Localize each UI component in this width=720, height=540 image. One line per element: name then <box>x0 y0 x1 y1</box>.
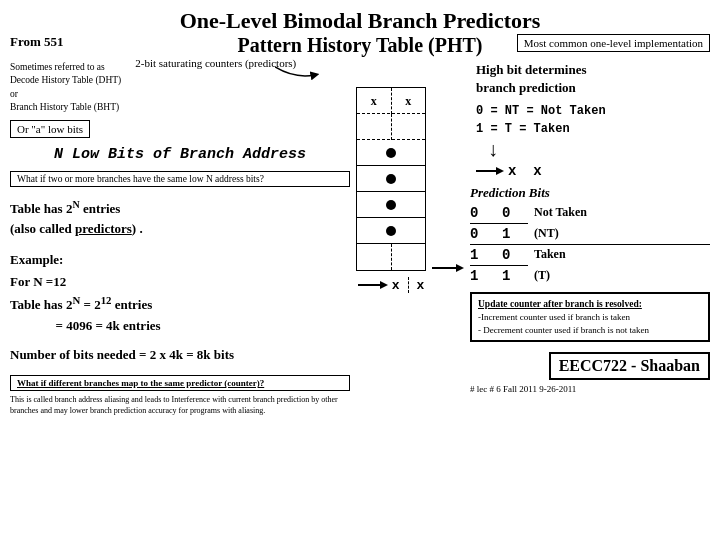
left-top: Sometimes referred to as Decode History … <box>10 61 350 114</box>
pred-bits-area: Prediction Bits 0 0 Not Taken 0 <box>470 185 710 284</box>
pht-row-4 <box>357 192 425 218</box>
pht-dot-0 <box>386 148 396 158</box>
svg-marker-1 <box>380 281 388 289</box>
title-area: One-Level Bimodal Branch Predictors From… <box>10 8 710 57</box>
high-bit-area: High bit determinesbranch prediction 0 =… <box>470 61 710 179</box>
down-arrow: ↓ <box>488 138 710 161</box>
pht-row-1 <box>357 114 425 140</box>
pht-row-6 <box>357 244 425 270</box>
main-title: One-Level Bimodal Branch Predictors <box>10 8 710 34</box>
pred-b1-2: 1 <box>470 247 496 263</box>
x-right: x <box>417 278 425 293</box>
pred-div-1 <box>470 223 528 224</box>
page: One-Level Bimodal Branch Predictors From… <box>0 0 720 540</box>
eecc-box: EECC722 - Shaaban <box>549 352 710 380</box>
pht-cell-6-1 <box>392 244 426 270</box>
sometimes-text-block: Sometimes referred to as Decode History … <box>10 61 121 114</box>
pred-label-2: Taken <box>534 247 710 262</box>
sometimes-text: Sometimes referred to as Decode History … <box>10 61 121 114</box>
saturating-arrow <box>275 59 335 89</box>
pht-cell-0-0: x <box>357 88 392 114</box>
pred-x-x: x x <box>508 163 542 179</box>
footer-text: # lec # 6 Fall 2011 9-26-2011 <box>470 384 576 394</box>
most-common-label: Most common one-level implementation <box>517 34 710 52</box>
right-column: x x <box>356 61 710 531</box>
nt-taken-codes: 0 = NT = Not Taken <box>476 101 710 121</box>
pht-cell-0-1: x <box>392 88 426 114</box>
left-column: Sometimes referred to as Decode History … <box>10 61 350 531</box>
update-title: Update counter after branch is resolved: <box>478 298 702 311</box>
saturating-label: 2-bit saturating counters (predictors) <box>135 57 296 69</box>
what-if-bottom-title: What if different branches map to the sa… <box>10 375 350 391</box>
pred-arrow-svg <box>476 163 504 179</box>
right-section: High bit determinesbranch prediction 0 =… <box>470 61 710 394</box>
high-bit-title: High bit determinesbranch prediction <box>476 61 710 97</box>
pred-div-2 <box>470 244 710 245</box>
pred-b2-1: 1 <box>502 226 528 242</box>
pht-subtitle: Pattern History Table (PHT) <box>238 34 483 57</box>
update-counter-box: Update counter after branch is resolved:… <box>470 292 710 342</box>
pred-label-0: Not Taken <box>534 205 710 220</box>
what-if-box: What if two or more branches have the sa… <box>10 171 350 187</box>
or-n-bits: Or "a" low bits <box>10 120 90 138</box>
svg-marker-3 <box>456 264 464 272</box>
pht-dot-2 <box>386 200 396 210</box>
predictors-underline: predictors <box>75 221 132 236</box>
svg-marker-5 <box>496 167 504 175</box>
right-full: x x <box>356 61 710 394</box>
pht-row-3 <box>357 166 425 192</box>
subtitle-row: From 551 Pattern History Table (PHT) Mos… <box>10 34 710 57</box>
pred-b1-0: 0 <box>470 205 496 221</box>
footer-row: # lec # 6 Fall 2011 9-26-2011 <box>470 384 710 394</box>
right-arrow-svg <box>358 277 388 293</box>
pht-row-0: x x <box>357 88 425 114</box>
num-bits: Number of bits needed = 2 x 4k = 8k bits <box>10 347 350 363</box>
zero-nt-line: 0 = NT = Not Taken <box>476 101 710 121</box>
pht-row-2 <box>357 140 425 166</box>
pred-xx-row: x x <box>476 163 710 179</box>
pht-dot-3 <box>386 226 396 236</box>
pht-table: x x <box>356 87 426 271</box>
x-x-inline: x x <box>392 277 425 293</box>
pht-cell-1-0 <box>357 114 392 140</box>
example-label: Example: <box>10 252 350 268</box>
n-low-bits-label: N Low Bits of Branch Address <box>10 146 350 163</box>
one-t-line: 1 = T = Taken <box>476 122 710 136</box>
pht-cell-6-0 <box>357 244 392 270</box>
pred-label-1: (NT) <box>534 226 710 241</box>
pred-grid: 0 0 Not Taken 0 1 (NT) <box>470 205 710 284</box>
pred-b2-0: 0 <box>502 205 528 221</box>
pred-b2-2: 0 <box>502 247 528 263</box>
x-left: x <box>392 278 400 293</box>
pht-dot-1 <box>386 174 396 184</box>
pht-row-5 <box>357 218 425 244</box>
example-detail: For N =12 Table has 2N = 212 entries = 4… <box>10 272 350 338</box>
pht-table-column: x x <box>356 87 426 394</box>
eecc-row: EECC722 - Shaaban <box>470 346 710 380</box>
middle-arrow <box>432 141 464 394</box>
pred-div-3 <box>470 265 528 266</box>
pred-b1-1: 0 <box>470 226 496 242</box>
main-content: Sometimes referred to as Decode History … <box>10 61 710 531</box>
what-if-bottom-text: This is called branch address aliasing a… <box>10 395 350 417</box>
update-lines: -Increment counter used if branch is tak… <box>478 311 702 336</box>
pred-label-3: (T) <box>534 268 710 283</box>
middle-arrow-svg <box>432 260 464 276</box>
table-2n-text: Table has 2N entries (also called predic… <box>10 197 350 238</box>
pht-cell-1-1 <box>392 114 426 140</box>
pred-b2-3: 1 <box>502 268 528 284</box>
pred-bits-title: Prediction Bits <box>470 185 710 201</box>
from-label: From 551 <box>10 34 64 50</box>
arrow-xx-row: x x <box>358 277 425 293</box>
n-superscript: N <box>72 199 79 210</box>
pred-b1-3: 1 <box>470 268 496 284</box>
